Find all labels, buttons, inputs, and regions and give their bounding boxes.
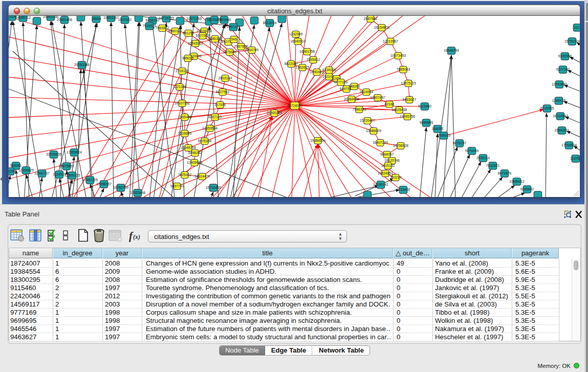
svg-text:1362615: 1362615 bbox=[296, 65, 310, 69]
svg-text:17957225: 17957225 bbox=[82, 178, 98, 182]
svg-text:17359924: 17359924 bbox=[67, 150, 82, 154]
svg-text:746266: 746266 bbox=[349, 84, 360, 88]
svg-text:10543362: 10543362 bbox=[188, 41, 203, 45]
svg-text:16033809: 16033809 bbox=[207, 18, 222, 21]
svg-text:10756928: 10756928 bbox=[393, 144, 408, 147]
svg-text:16120746: 16120746 bbox=[384, 159, 400, 162]
svg-text:62166: 62166 bbox=[385, 102, 395, 106]
svg-text:14136141: 14136141 bbox=[373, 183, 388, 186]
svg-text:15751074: 15751074 bbox=[564, 39, 580, 43]
svg-text:17016504: 17016504 bbox=[561, 143, 577, 147]
svg-text:20591356: 20591356 bbox=[43, 16, 58, 18]
svg-text:116753: 116753 bbox=[570, 157, 580, 160]
svg-text:989015: 989015 bbox=[182, 56, 194, 60]
svg-text:8938923: 8938923 bbox=[437, 134, 451, 137]
svg-text:1232549: 1232549 bbox=[289, 32, 303, 36]
svg-text:16782759: 16782759 bbox=[113, 186, 128, 189]
svg-text:1244415: 1244415 bbox=[552, 99, 566, 102]
svg-text:24055712: 24055712 bbox=[15, 16, 31, 19]
svg-text:18684: 18684 bbox=[92, 17, 101, 20]
svg-text:9777169: 9777169 bbox=[334, 80, 348, 84]
svg-text:164095: 164095 bbox=[432, 127, 444, 130]
svg-text:10025438: 10025438 bbox=[391, 108, 407, 112]
svg-text:5878334: 5878334 bbox=[198, 139, 212, 143]
svg-text:8454749: 8454749 bbox=[245, 48, 259, 52]
svg-text:2935114: 2935114 bbox=[476, 156, 490, 160]
svg-text:9327509: 9327509 bbox=[196, 34, 210, 37]
svg-text:8215955: 8215955 bbox=[540, 106, 554, 110]
svg-text:10653267: 10653267 bbox=[103, 16, 119, 19]
svg-text:16640910: 16640910 bbox=[290, 39, 306, 43]
svg-text:10973493: 10973493 bbox=[390, 54, 406, 57]
svg-text:117006: 117006 bbox=[214, 103, 226, 106]
svg-text:12156829: 12156829 bbox=[18, 168, 34, 172]
svg-text:12093882: 12093882 bbox=[552, 82, 567, 86]
svg-text:12409948: 12409948 bbox=[187, 161, 202, 164]
svg-text:3624554: 3624554 bbox=[360, 90, 374, 94]
svg-text:39159: 39159 bbox=[9, 169, 15, 173]
svg-text:9329996: 9329996 bbox=[558, 54, 572, 58]
svg-text:585061: 585061 bbox=[10, 164, 22, 167]
svg-text:8471676: 8471676 bbox=[498, 171, 512, 175]
svg-text:18724007: 18724007 bbox=[287, 104, 302, 107]
svg-text:(x): (x) bbox=[133, 233, 140, 240]
svg-text:12353584: 12353584 bbox=[202, 126, 217, 130]
svg-text:12213967: 12213967 bbox=[383, 39, 398, 43]
svg-text:7625402: 7625402 bbox=[178, 173, 192, 177]
svg-text:7986372: 7986372 bbox=[353, 107, 366, 111]
svg-text:6479197: 6479197 bbox=[453, 141, 467, 145]
svg-text:18407249: 18407249 bbox=[373, 141, 388, 144]
svg-text:13524851: 13524851 bbox=[378, 171, 393, 175]
svg-text:891295: 891295 bbox=[183, 31, 194, 35]
svg-text:8813054: 8813054 bbox=[263, 21, 277, 25]
svg-text:16154808: 16154808 bbox=[374, 26, 389, 29]
svg-text:16648784: 16648784 bbox=[444, 49, 459, 52]
svg-text:1990443: 1990443 bbox=[310, 70, 324, 74]
svg-text:1615132: 1615132 bbox=[381, 164, 395, 167]
svg-text:7632621: 7632621 bbox=[486, 164, 500, 167]
svg-text:1221336: 1221336 bbox=[173, 85, 187, 89]
svg-text:1527602: 1527602 bbox=[118, 18, 132, 21]
svg-text:5498242: 5498242 bbox=[188, 151, 202, 155]
svg-text:9699695: 9699695 bbox=[420, 121, 433, 124]
svg-text:7515526: 7515526 bbox=[143, 24, 157, 28]
svg-text:16107552: 16107552 bbox=[175, 101, 190, 105]
svg-text:20206535: 20206535 bbox=[46, 152, 61, 156]
svg-text:1733426: 1733426 bbox=[397, 188, 410, 191]
svg-text:7663822: 7663822 bbox=[156, 26, 169, 30]
svg-text:2967608: 2967608 bbox=[234, 45, 248, 48]
svg-text:10688609: 10688609 bbox=[366, 129, 381, 133]
svg-text:9734028: 9734028 bbox=[322, 68, 336, 72]
svg-text:15720407: 15720407 bbox=[360, 119, 375, 122]
svg-text:8822037: 8822037 bbox=[285, 62, 298, 65]
svg-text:3875685: 3875685 bbox=[223, 50, 237, 54]
svg-text:1965496: 1965496 bbox=[178, 115, 192, 119]
svg-text:9684067: 9684067 bbox=[380, 152, 394, 156]
svg-text:20691406: 20691406 bbox=[57, 18, 72, 21]
svg-text:16046708: 16046708 bbox=[181, 146, 196, 149]
svg-text:1117: 1117 bbox=[574, 26, 580, 29]
svg-text:20364436: 20364436 bbox=[344, 97, 359, 101]
svg-text:9427552: 9427552 bbox=[216, 90, 230, 94]
svg-text:10719155: 10719155 bbox=[159, 16, 174, 20]
svg-text:13495756: 13495756 bbox=[400, 115, 415, 118]
svg-text:10654112: 10654112 bbox=[509, 180, 525, 183]
svg-text:10958157: 10958157 bbox=[96, 182, 112, 186]
svg-text:8186328: 8186328 bbox=[208, 37, 222, 40]
svg-text:12505135: 12505135 bbox=[64, 173, 80, 177]
svg-text:8960124: 8960124 bbox=[168, 29, 182, 33]
svg-text:16961758: 16961758 bbox=[299, 50, 315, 53]
svg-text:12975115: 12975115 bbox=[401, 81, 416, 85]
svg-text:7885083: 7885083 bbox=[397, 68, 410, 71]
svg-text:2687682: 2687682 bbox=[364, 17, 378, 20]
svg-text:12942737: 12942737 bbox=[34, 171, 50, 175]
svg-text:20053346: 20053346 bbox=[74, 63, 90, 67]
svg-text:25300293: 25300293 bbox=[267, 111, 282, 115]
svg-text:1916685: 1916685 bbox=[178, 132, 192, 135]
svg-text:10807487: 10807487 bbox=[370, 96, 385, 99]
svg-text:19384554: 19384554 bbox=[310, 139, 325, 142]
svg-text:9245652: 9245652 bbox=[520, 187, 534, 191]
svg-text:2803144: 2803144 bbox=[219, 76, 232, 80]
svg-text:15716485: 15716485 bbox=[206, 186, 221, 189]
svg-text:15692911: 15692911 bbox=[554, 128, 570, 132]
